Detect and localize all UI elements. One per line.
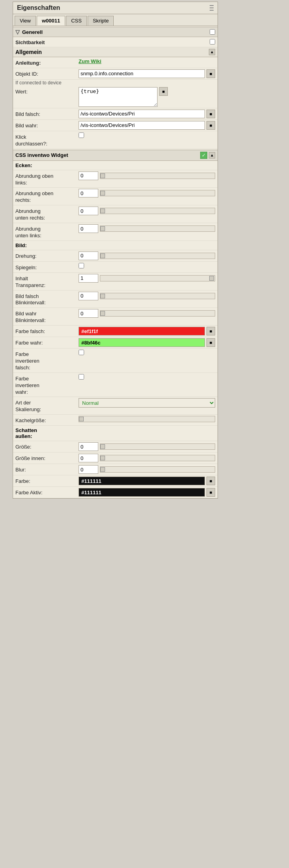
properties-panel: Eigenschaften View w00011 CSS Skripte ▽ … [13,2,218,499]
wert-btn[interactable]: ■ [159,87,168,96]
abrundung-unten-rechts-input[interactable] [79,207,98,215]
bild-falsch-blinkintervall-slider[interactable] [100,293,215,299]
farbe-invertieren-wahr-label: Farbe invertieren wahr: [15,374,79,396]
blur-thumb[interactable] [100,467,105,472]
abrundung-unten-rechts-slider[interactable] [100,208,215,214]
schatten-farbe-aktiv-btn[interactable]: ■ [206,488,215,497]
bild-falsch-blinkintervall-thumb[interactable] [100,294,105,298]
objekt-id-btn[interactable]: ■ [206,69,215,78]
abrundung-oben-links-content [79,171,215,180]
farbe-falsch-row: Farbe falsch: #ef1f1f ■ [13,326,218,337]
blur-slider[interactable] [100,466,215,473]
abrundung-oben-rechts-input[interactable] [79,189,98,197]
abrundung-oben-links-slider[interactable] [100,173,215,179]
css-widget-label: CSS inventwo Widget [15,152,68,158]
schatten-farbe-color-box[interactable]: #111111 [79,477,205,485]
bild-falsch-input[interactable] [79,110,205,118]
farbe-invertieren-wahr-row: Farbe invertieren wahr: [13,373,218,397]
bild-wahr-blinkintervall-slider[interactable] [100,310,215,317]
schatten-farbe-value: #111111 [81,478,101,484]
bild-wahr-blinkintervall-thumb[interactable] [100,311,105,316]
schatten-farbe-aktiv-label: Farbe Aktiv: [15,488,79,496]
anleitung-link[interactable]: Zum Wiki [79,58,101,64]
drehung-input[interactable] [79,251,98,260]
klick-durchlassen-checkbox[interactable] [79,132,84,138]
abrundung-unten-rechts-thumb[interactable] [100,209,105,213]
groesse-thumb[interactable] [100,444,105,449]
bild-wahr-input[interactable] [79,121,205,130]
sichtbarkeit-checkbox[interactable] [210,39,215,45]
farbe-falsch-content: #ef1f1f ■ [79,327,215,335]
anleitung-label: Anleitung: [15,58,79,67]
tab-css[interactable]: CSS [66,16,87,26]
abrundung-unten-links-thumb[interactable] [100,226,105,231]
farbe-falsch-btn[interactable]: ■ [206,327,215,335]
abrundung-unten-links-slider[interactable] [100,225,215,232]
kachelgroesse-label: Kachelgröße: [15,416,79,424]
farbe-wahr-color-box[interactable]: #8bf46c [79,338,205,347]
farbe-falsch-color-box[interactable]: #ef1f1f [79,327,205,335]
art-der-skalierung-select[interactable]: Normal Stretch Contain Cover Tile [79,398,215,408]
abrundung-unten-links-row: Abrundung unten links: [13,223,218,241]
bild-falsch-blinkintervall-input[interactable] [79,292,98,300]
farbe-invertieren-wahr-checkbox[interactable] [79,374,84,380]
objekt-id-label: Objekt ID: [15,69,79,78]
groesse-innen-input[interactable] [79,454,98,462]
abrundung-oben-rechts-slider[interactable] [100,190,215,196]
tab-w00011[interactable]: w00011 [37,16,65,26]
drehung-thumb[interactable] [100,253,105,258]
schatten-farbe-aktiv-content: #111111 ■ [79,488,215,497]
klick-durchlassen-label: Klick durchlassen?: [15,132,79,147]
abrundung-oben-links-thumb[interactable] [100,173,105,178]
tab-view[interactable]: View [15,16,36,26]
kachelgroesse-slider[interactable] [79,416,215,422]
abrundung-oben-links-input[interactable] [79,171,98,180]
bild-falsch-btn[interactable]: ■ [206,110,215,118]
inhalt-transparenz-slider[interactable] [100,275,215,281]
schatten-farbe-aktiv-color-box[interactable]: #111111 [79,488,205,497]
groesse-innen-thumb[interactable] [100,456,105,460]
generell-toggle-checkbox[interactable] [210,29,215,35]
blur-content [79,465,215,474]
spiegeln-checkbox[interactable] [79,263,84,268]
schatten-farbe-btn[interactable]: ■ [206,477,215,485]
abrundung-oben-links-row: Abrundung oben links: [13,170,218,188]
inhalt-transparenz-input[interactable] [79,274,98,283]
inhalt-transparenz-label: Inhalt Transparenz: [15,274,79,289]
blur-input[interactable] [79,465,98,474]
bild-wahr-blinkintervall-input[interactable] [79,309,98,318]
farbe-invertieren-falsch-checkbox[interactable] [79,350,84,355]
abrundung-oben-links-label: Abrundung oben links: [15,171,79,186]
klick-durchlassen-row: Klick durchlassen?: [13,131,218,149]
inhalt-transparenz-thumb[interactable] [209,276,214,281]
abrundung-unten-links-input[interactable] [79,224,98,233]
wert-row: Wert: {true} ■ [13,86,218,108]
abrundung-unten-rechts-row: Abrundung unten rechts: [13,205,218,223]
drehung-slider[interactable] [100,253,215,259]
farbe-wahr-btn[interactable]: ■ [206,338,215,347]
css-widget-enabled-checkbox[interactable]: ✓ [200,152,207,159]
kachelgroesse-thumb[interactable] [79,417,84,421]
groesse-input[interactable] [79,442,98,451]
tab-skripte[interactable]: Skripte [88,16,114,26]
css-widget-collapse-btn[interactable]: ▲ [209,152,215,158]
kachelgroesse-content [79,416,215,422]
bild-falsch-label: Bild falsch: [15,110,79,118]
abrundung-unten-links-content [79,224,215,233]
bild-falsch-blinkintervall-content [79,292,215,300]
groesse-innen-slider[interactable] [100,455,215,461]
bild-wahr-btn[interactable]: ■ [206,121,215,130]
bild-wahr-blinkintervall-content [79,309,215,318]
allgemein-label: Allgemein [15,49,42,55]
drehung-content [79,251,215,260]
farbe-invertieren-falsch-content [79,350,215,355]
groesse-slider[interactable] [100,443,215,450]
objekt-id-input[interactable] [79,69,205,78]
allgemein-collapse-btn[interactable]: ▲ [209,49,215,55]
drehung-label: Drehung: [15,251,79,260]
wert-textarea[interactable]: {true} [79,87,158,107]
inhalt-transparenz-row: Inhalt Transparenz: [13,273,218,291]
farbe-invertieren-falsch-label: Farbe invertieren falsch: [15,350,79,371]
abrundung-oben-rechts-thumb[interactable] [100,191,105,196]
generell-label: Generell [22,29,43,35]
